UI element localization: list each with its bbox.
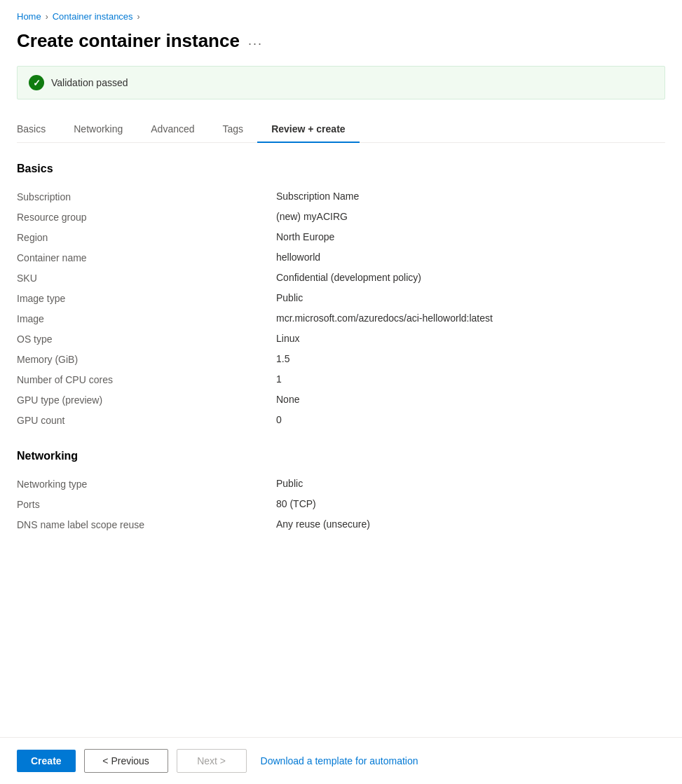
field-label-image: Image [17, 312, 276, 324]
field-region: Region North Europe [17, 227, 665, 247]
breadcrumb-container-instances[interactable]: Container instances [53, 11, 133, 22]
validation-check-icon [29, 75, 44, 90]
field-cpu-cores: Number of CPU cores 1 [17, 369, 665, 390]
field-value-image-type: Public [276, 292, 665, 303]
field-value-resource-group: (new) myACIRG [276, 211, 665, 222]
networking-section: Networking Networking type Public Ports … [17, 450, 665, 535]
field-label-sku: SKU [17, 272, 276, 284]
field-label-dns-label-scope: DNS name label scope reuse [17, 518, 276, 530]
field-value-subscription: Subscription Name [276, 191, 665, 202]
page-title: Create container instance [17, 30, 240, 52]
previous-button[interactable]: < Previous [84, 749, 168, 773]
field-label-resource-group: Resource group [17, 211, 276, 223]
tab-review-create[interactable]: Review + create [257, 116, 359, 143]
field-value-networking-type: Public [276, 478, 665, 489]
field-value-gpu-count: 0 [276, 414, 665, 425]
tab-bar: Basics Networking Advanced Tags Review +… [17, 116, 665, 143]
field-label-image-type: Image type [17, 292, 276, 304]
networking-section-title: Networking [17, 450, 665, 462]
field-value-image: mcr.microsoft.com/azuredocs/aci-hellowor… [276, 312, 665, 324]
field-value-ports: 80 (TCP) [276, 498, 665, 509]
footer: Create < Previous Next > Download a temp… [0, 737, 682, 784]
basics-section-title: Basics [17, 163, 665, 175]
field-os-type: OS type Linux [17, 329, 665, 349]
page-header: Create container instance ... [17, 30, 665, 52]
field-value-cpu-cores: 1 [276, 373, 665, 385]
field-value-dns-label-scope: Any reuse (unsecure) [276, 518, 665, 530]
basics-section: Basics Subscription Subscription Name Re… [17, 163, 665, 430]
breadcrumb-sep-1: › [46, 12, 48, 22]
breadcrumb: Home › Container instances › [17, 11, 665, 22]
field-value-memory: 1.5 [276, 353, 665, 364]
field-label-container-name: Container name [17, 252, 276, 263]
field-value-container-name: helloworld [276, 252, 665, 263]
field-label-region: Region [17, 231, 276, 243]
tab-basics[interactable]: Basics [17, 116, 60, 143]
field-resource-group: Resource group (new) myACIRG [17, 207, 665, 227]
field-gpu-count: GPU count 0 [17, 410, 665, 430]
field-subscription: Subscription Subscription Name [17, 186, 665, 207]
field-ports: Ports 80 (TCP) [17, 494, 665, 514]
field-label-gpu-count: GPU count [17, 414, 276, 426]
field-image: Image mcr.microsoft.com/azuredocs/aci-he… [17, 308, 665, 329]
tab-advanced[interactable]: Advanced [137, 116, 208, 143]
field-label-gpu-type: GPU type (preview) [17, 394, 276, 406]
field-gpu-type: GPU type (preview) None [17, 390, 665, 410]
field-label-cpu-cores: Number of CPU cores [17, 373, 276, 385]
validation-bar: Validation passed [17, 66, 665, 99]
tab-networking[interactable]: Networking [60, 116, 137, 143]
download-template-link[interactable]: Download a template for automation [261, 755, 418, 766]
more-options-button[interactable]: ... [248, 34, 263, 48]
field-label-networking-type: Networking type [17, 478, 276, 490]
field-label-memory: Memory (GiB) [17, 353, 276, 365]
field-label-ports: Ports [17, 498, 276, 510]
field-label-subscription: Subscription [17, 191, 276, 202]
field-sku: SKU Confidential (development policy) [17, 268, 665, 288]
breadcrumb-home[interactable]: Home [17, 11, 41, 22]
field-container-name: Container name helloworld [17, 247, 665, 268]
field-memory: Memory (GiB) 1.5 [17, 349, 665, 369]
field-dns-label-scope: DNS name label scope reuse Any reuse (un… [17, 514, 665, 535]
breadcrumb-sep-2: › [137, 12, 140, 22]
field-value-os-type: Linux [276, 333, 665, 344]
field-label-os-type: OS type [17, 333, 276, 345]
next-button: Next > [177, 749, 247, 773]
field-value-sku: Confidential (development policy) [276, 272, 665, 283]
validation-text: Validation passed [51, 77, 128, 88]
field-value-region: North Europe [276, 231, 665, 242]
tab-tags[interactable]: Tags [209, 116, 258, 143]
create-button[interactable]: Create [17, 750, 76, 772]
field-value-gpu-type: None [276, 394, 665, 405]
field-networking-type: Networking type Public [17, 474, 665, 494]
field-image-type: Image type Public [17, 288, 665, 308]
